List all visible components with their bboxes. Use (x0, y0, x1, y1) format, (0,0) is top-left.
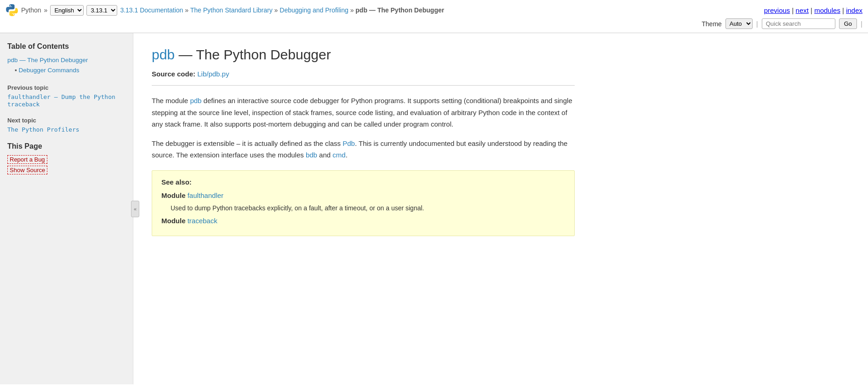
bdb-link[interactable]: bdb (306, 151, 317, 159)
prev-topic-link[interactable]: faulthandler — Dump the Python traceback (7, 93, 115, 108)
toc-link-commands[interactable]: Debugger Commands (19, 67, 80, 74)
sidebar-collapse-button[interactable]: « (131, 201, 139, 217)
faulthandler-link[interactable]: faulthandler (188, 191, 223, 199)
nav-modules[interactable]: modules (814, 6, 840, 14)
breadcrumb-sep-0: » (44, 6, 48, 14)
cmd-link[interactable]: cmd (332, 151, 345, 159)
go-button[interactable]: Go (839, 18, 857, 29)
nav-previous[interactable]: previous (764, 6, 790, 14)
sidebar: Table of Contents pdb — The Python Debug… (0, 33, 133, 384)
page-heading-rest: — The Python Debugger (175, 47, 331, 62)
faulthandler-desc: Used to dump Python tracebacks explicitl… (171, 203, 565, 213)
source-code-label: Source code: (152, 70, 195, 78)
see-also-module-traceback: Module traceback (161, 217, 565, 225)
breadcrumb-debug-link[interactable]: Debugging and Profiling (280, 6, 348, 14)
end-sep: | (861, 20, 862, 28)
theme-select[interactable]: Auto Light Dark (725, 18, 753, 29)
nav-sep-1: | (792, 6, 796, 14)
pdb-link-p1[interactable]: pdb (190, 97, 201, 104)
search-input[interactable] (762, 18, 835, 29)
theme-label: Theme (702, 20, 722, 28)
page-heading: pdb — The Python Debugger (152, 47, 575, 63)
nav-links: previous | next | modules | index (764, 6, 862, 14)
toc-title: Table of Contents (7, 42, 126, 51)
pdb-heading-link[interactable]: pdb (152, 47, 175, 62)
search-sep: | (756, 20, 758, 28)
traceback-link[interactable]: traceback (188, 217, 217, 225)
show-source-container: Show Source (7, 166, 126, 176)
nav-next[interactable]: next (796, 6, 809, 14)
report-bug-link[interactable]: Report a Bug (7, 155, 47, 164)
source-code-line: Source code: Lib/pdb.py (152, 70, 575, 78)
breadcrumb-sep-1: » (185, 6, 190, 14)
toc-section: Table of Contents pdb — The Python Debug… (7, 42, 126, 75)
pdb-link-p2[interactable]: Pdb (343, 139, 355, 147)
breadcrumb-sep-2: » (274, 6, 280, 14)
prev-topic-label: Previous topic (7, 84, 126, 91)
section-divider (152, 85, 575, 86)
toc-item-commands: Debugger Commands (7, 65, 126, 75)
see-also-box: See also: Module faulthandler Used to du… (152, 170, 575, 236)
breadcrumb-sep-3: » (350, 6, 356, 14)
toc-item-pdb: pdb — The Python Debugger (7, 55, 126, 65)
report-bug-container: Report a Bug (7, 155, 126, 166)
main-content: pdb — The Python Debugger Source code: L… (133, 33, 593, 384)
toc-link-pdb[interactable]: pdb — The Python Debugger (7, 57, 88, 64)
paragraph-2: The debugger is extensible – it is actua… (152, 138, 575, 161)
prev-topic-link-container: faulthandler — Dump the Python traceback (7, 93, 126, 108)
breadcrumb-nav: 3.13.1 Documentation » The Python Standa… (120, 6, 444, 14)
breadcrumb-stdlib-link[interactable]: The Python Standard Library (190, 6, 273, 14)
next-topic-label: Next topic (7, 117, 126, 124)
python-label: Python (21, 6, 41, 14)
source-code-link[interactable]: Lib/pdb.py (197, 70, 229, 78)
next-topic-section: Next topic The Python Profilers (7, 117, 126, 133)
ver-select[interactable]: 3.13.1 3.12 3.11 (86, 5, 117, 16)
next-topic-link[interactable]: The Python Profilers (7, 126, 80, 133)
see-also-title: See also: (161, 178, 565, 186)
see-also-module-faulthandler: Module faulthandler (161, 191, 565, 199)
python-logo (6, 4, 18, 17)
nav-sep-2: | (811, 6, 814, 14)
nav-index[interactable]: index (846, 6, 862, 14)
breadcrumb-doc-link[interactable]: 3.13.1 Documentation (120, 6, 183, 14)
nav-sep-3: | (842, 6, 846, 14)
paragraph-1: The module pdb defines an interactive so… (152, 95, 575, 130)
this-page-section: This Page Report a Bug Show Source (7, 142, 126, 176)
module-label-1: Module (161, 191, 186, 199)
module-label-2: Module (161, 217, 186, 225)
breadcrumb-current: pdb — The Python Debugger (355, 6, 444, 14)
prev-topic-section: Previous topic faulthandler — Dump the P… (7, 84, 126, 108)
show-source-link[interactable]: Show Source (7, 166, 47, 174)
lang-select[interactable]: English (50, 5, 84, 16)
this-page-title: This Page (7, 142, 126, 151)
next-topic-link-container: The Python Profilers (7, 126, 126, 133)
